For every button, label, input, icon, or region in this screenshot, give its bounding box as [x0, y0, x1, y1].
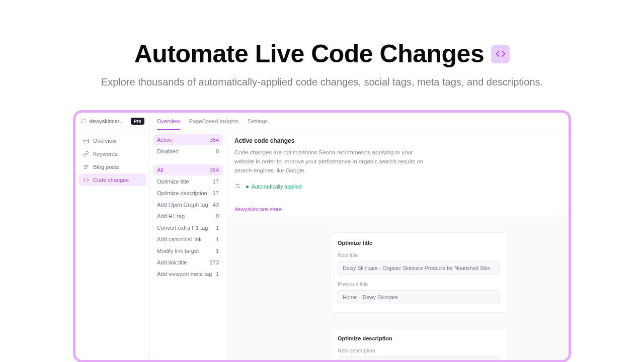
- tab-overview[interactable]: Overview: [157, 113, 180, 130]
- hero-title: Automate Live Code Changes: [134, 39, 484, 68]
- category-item[interactable]: Add link title 273: [153, 257, 223, 268]
- status-active[interactable]: Active 354: [153, 134, 223, 145]
- list-icon: [83, 163, 89, 170]
- sidebar-item-label: Blog posts: [93, 164, 119, 170]
- category-item[interactable]: Modify link target 1: [153, 245, 223, 256]
- status-label: Active: [157, 137, 172, 143]
- sliders-icon[interactable]: [234, 182, 241, 191]
- previous-title-label: Previous title: [338, 281, 500, 287]
- app-window: dewyskincare.st... Pro Overview PageSpee…: [73, 110, 571, 362]
- category-item[interactable]: Add canonical link 1: [153, 234, 223, 245]
- category-all[interactable]: All 354: [153, 164, 223, 175]
- auto-applied-badge: Automatically applied: [246, 184, 301, 190]
- code-icon: [491, 45, 510, 63]
- section-title: Active code changes: [234, 137, 560, 144]
- sidebar: Overview Keywords Blog posts Code change…: [75, 130, 150, 360]
- category-label: Add H1 tag: [157, 213, 185, 219]
- site-name: dewyskincare.st...: [89, 118, 128, 124]
- category-label: Optimize description: [157, 190, 207, 196]
- code-icon: [83, 176, 89, 183]
- category-item[interactable]: Optimize title 17: [153, 176, 223, 187]
- new-description-label: New description: [338, 347, 500, 353]
- previous-title-field[interactable]: Home – Dewy Skincare: [338, 290, 500, 304]
- card-heading: Optimize description: [338, 335, 500, 341]
- optimize-title-card: Optimize title New title Dewy Skincare -…: [330, 232, 507, 313]
- category-count: 17: [213, 178, 219, 185]
- sidebar-item-overview[interactable]: Overview: [78, 134, 146, 147]
- refresh-icon: [80, 117, 86, 126]
- category-count: 354: [210, 167, 219, 173]
- auto-applied-label: Automatically applied: [252, 184, 301, 190]
- main-content: Active code changes Code changes are opt…: [226, 130, 569, 360]
- category-count: 43: [213, 202, 219, 208]
- category-label: Convert extra H1 tag: [157, 225, 208, 231]
- category-label: Optimize title: [157, 178, 189, 185]
- sidebar-item-keywords[interactable]: Keywords: [78, 147, 146, 160]
- category-label: Add Open Graph tag: [157, 202, 208, 208]
- card-heading: Optimize title: [338, 240, 500, 246]
- site-link[interactable]: dewyskincare.store: [226, 206, 569, 217]
- category-count: 1: [216, 225, 219, 231]
- status-count: 0: [216, 148, 219, 154]
- sidebar-item-label: Code changes: [93, 177, 129, 183]
- link-icon: [83, 150, 89, 157]
- app-header: dewyskincare.st... Pro Overview PageSpee…: [75, 113, 569, 130]
- category-item[interactable]: Optimize description 17: [153, 188, 223, 199]
- section-description: Code changes are optimizations Seona rec…: [234, 148, 426, 175]
- status-dot-icon: [246, 186, 249, 188]
- category-label: Add link title: [157, 259, 187, 265]
- sidebar-item-label: Keywords: [93, 151, 117, 157]
- site-selector[interactable]: dewyskincare.st... Pro: [75, 113, 150, 130]
- filter-column: Active 354 Disabled 0 All 354 Optimize t…: [150, 130, 226, 360]
- calendar-icon: [83, 137, 89, 144]
- category-count: 1: [216, 271, 219, 277]
- category-count: 1: [216, 248, 219, 254]
- category-count: 1: [216, 236, 219, 242]
- new-description-field[interactable]: Discover organic skincare products at De…: [338, 356, 500, 360]
- svg-point-8: [238, 187, 239, 188]
- sidebar-item-blog-posts[interactable]: Blog posts: [78, 160, 146, 173]
- category-count: 17: [213, 190, 219, 196]
- tab-settings[interactable]: Settings: [248, 113, 268, 130]
- category-item[interactable]: Add viewport meta tag 1: [153, 268, 223, 280]
- sidebar-item-label: Overview: [93, 138, 116, 144]
- category-count: 273: [210, 259, 219, 265]
- status-disabled[interactable]: Disabled 0: [153, 146, 223, 157]
- status-label: Disabled: [157, 148, 179, 154]
- category-label: Add canonical link: [157, 236, 202, 242]
- hero-subtitle: Explore thousands of automatically-appli…: [0, 76, 644, 88]
- category-item[interactable]: Add Open Graph tag 43: [153, 199, 223, 210]
- svg-rect-0: [84, 139, 88, 143]
- category-label: Modify link target: [157, 248, 199, 254]
- category-count: 0: [216, 213, 219, 219]
- svg-point-6: [236, 184, 237, 185]
- category-label: All: [157, 167, 163, 173]
- category-item[interactable]: Convert extra H1 tag 1: [153, 222, 223, 233]
- new-title-label: New title: [338, 252, 500, 258]
- pro-badge: Pro: [131, 118, 144, 125]
- tab-pagespeed[interactable]: PageSpeed Insights: [189, 113, 238, 130]
- new-title-field[interactable]: Dewy Skincare - Organic Skincare Product…: [338, 261, 500, 275]
- category-label: Add viewport meta tag: [157, 271, 212, 277]
- sidebar-item-code-changes[interactable]: Code changes: [78, 173, 146, 186]
- category-item[interactable]: Add H1 tag 0: [153, 211, 223, 222]
- status-count: 354: [210, 137, 219, 143]
- optimize-description-card: Optimize description New description Dis…: [330, 328, 507, 360]
